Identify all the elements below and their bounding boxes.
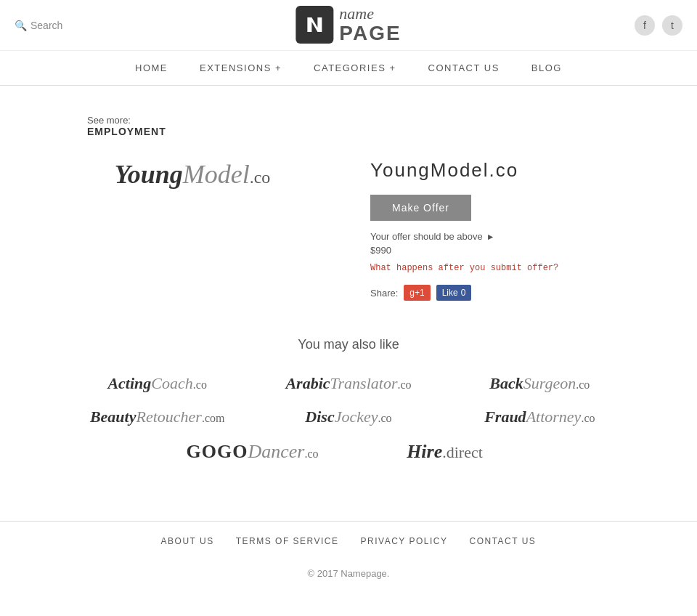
see-more-label: See more: xyxy=(87,115,668,126)
nav-home[interactable]: HOME xyxy=(119,51,184,85)
list-item[interactable]: FraudAttorney.co xyxy=(448,408,632,426)
logo-text: name PAGE xyxy=(339,5,401,45)
arrow-icon: ► xyxy=(486,232,495,242)
social-icons: f t xyxy=(635,15,682,36)
footer-about[interactable]: ABOUT US xyxy=(161,536,214,546)
list-item[interactable]: Hire.direct xyxy=(352,441,537,463)
domain-logo-display: YoungModel.co xyxy=(115,159,271,190)
see-more-value[interactable]: EMPLOYMENT xyxy=(87,126,668,137)
see-more: See more: EMPLOYMENT xyxy=(87,115,668,137)
nav: HOME EXTENSIONS + CATEGORIES + CONTACT U… xyxy=(0,51,697,86)
gplus-button[interactable]: g+1 xyxy=(404,285,430,301)
also-like-section: You may also like ActingCoach.co ArabicT… xyxy=(29,337,668,463)
list-item[interactable]: GOGODancer.co xyxy=(160,441,345,463)
domain-featured: YoungModel.co YoungModel.co Make Offer Y… xyxy=(29,159,668,301)
share-area: Share: g+1 Like 0 xyxy=(370,285,639,301)
fb-like-label: Like xyxy=(442,288,458,298)
fb-count: 0 xyxy=(461,288,466,298)
logo-page: PAGE xyxy=(339,23,401,45)
facebook-icon[interactable]: f xyxy=(635,15,655,36)
list-item[interactable]: ArabicTranslator.co xyxy=(256,374,440,393)
footer-copyright: © 2017 Namepage. xyxy=(0,561,697,593)
footer-terms[interactable]: TERMS OF SERVICE xyxy=(236,536,339,546)
logo-name: name xyxy=(339,5,401,23)
also-like-grid-row1: ActingCoach.co ArabicTranslator.co BackS… xyxy=(65,374,632,393)
list-item[interactable]: DiscJockey.co xyxy=(256,408,440,426)
header: 🔍 Search name PAGE f t xyxy=(0,0,697,51)
domain-title: YoungModel.co xyxy=(370,159,639,182)
nav-contact[interactable]: CONTACT US xyxy=(412,51,515,85)
list-item[interactable]: BeautyRetoucher.com xyxy=(65,408,249,426)
search-label: Search xyxy=(30,20,62,31)
nav-categories[interactable]: CATEGORIES + xyxy=(298,51,412,85)
logo-icon xyxy=(295,6,333,44)
nav-blog[interactable]: BLOG xyxy=(515,51,578,85)
search-icon: 🔍 xyxy=(15,20,27,31)
list-item[interactable]: BackSurgeon.co xyxy=(448,374,632,393)
also-like-grid-row2: BeautyRetoucher.com DiscJockey.co FraudA… xyxy=(65,408,632,426)
footer-privacy[interactable]: PRIVACY POLICY xyxy=(361,536,448,546)
footer: ABOUT US TERMS OF SERVICE PRIVACY POLICY… xyxy=(0,521,697,593)
also-like-grid-row3: GOGODancer.co Hire.direct xyxy=(160,441,537,463)
domain-logo-area: YoungModel.co xyxy=(58,159,327,190)
logo[interactable]: name PAGE xyxy=(295,5,401,45)
main-content: See more: EMPLOYMENT YoungModel.co Young… xyxy=(0,86,697,477)
nav-extensions[interactable]: EXTENSIONS + xyxy=(184,51,298,85)
offer-info: Your offer should be above ► xyxy=(370,231,639,242)
search-area[interactable]: 🔍 Search xyxy=(15,20,62,31)
make-offer-button[interactable]: Make Offer xyxy=(370,195,471,221)
footer-brand-link[interactable]: Namepage. xyxy=(341,568,389,579)
facebook-like-button[interactable]: Like 0 xyxy=(436,285,472,301)
also-like-title: You may also like xyxy=(29,337,668,352)
footer-contact[interactable]: CONTACT US xyxy=(469,536,536,546)
footer-links: ABOUT US TERMS OF SERVICE PRIVACY POLICY… xyxy=(0,521,697,561)
list-item[interactable]: ActingCoach.co xyxy=(65,374,249,393)
share-label: Share: xyxy=(370,288,398,299)
twitter-icon[interactable]: t xyxy=(662,15,682,36)
offer-amount: $990 xyxy=(370,245,639,256)
domain-info: YoungModel.co Make Offer Your offer shou… xyxy=(370,159,639,301)
what-happens-link[interactable]: What happens after you submit offer? xyxy=(370,263,639,273)
